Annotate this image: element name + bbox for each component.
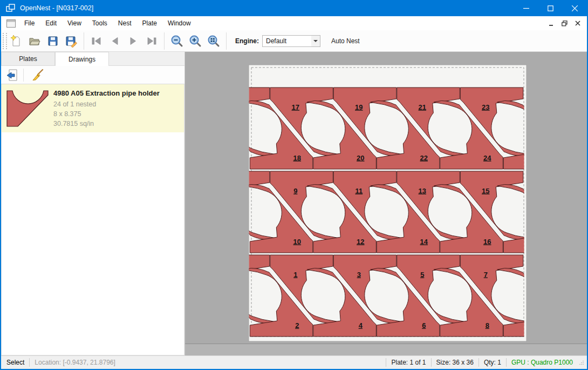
mdi-document-icon[interactable] bbox=[6, 19, 16, 28]
drawing-title: 4980 A05 Extraction pipe holder bbox=[53, 89, 160, 97]
part-number-label[interactable]: 2 bbox=[295, 321, 299, 329]
part-number-label[interactable]: 10 bbox=[293, 238, 301, 246]
part-number-label[interactable]: 9 bbox=[293, 187, 297, 195]
part-number-label[interactable]: 16 bbox=[483, 238, 491, 246]
toolbar-grip[interactable] bbox=[3, 33, 7, 49]
nest-svg: 171819202122232491011121314151612345678 bbox=[185, 52, 587, 344]
minimize-button[interactable] bbox=[514, 0, 538, 16]
part-number-label[interactable]: 13 bbox=[419, 187, 426, 195]
return-to-plates-button[interactable] bbox=[4, 68, 20, 83]
go-previous-button[interactable] bbox=[107, 33, 123, 49]
part-number-label[interactable]: 3 bbox=[357, 271, 361, 279]
mdi-minimize-icon[interactable] bbox=[549, 21, 554, 26]
title-bar: OpenNest - [N0317-002] bbox=[1, 0, 587, 16]
menu-file[interactable]: File bbox=[19, 16, 40, 30]
part-number-label[interactable]: 22 bbox=[420, 154, 428, 162]
part-thumbnail bbox=[2, 84, 53, 132]
menu-bar: File Edit View Tools Nest Plate Window bbox=[1, 16, 587, 30]
maximize-icon bbox=[548, 5, 553, 11]
resize-grip[interactable] bbox=[578, 360, 585, 367]
new-icon bbox=[10, 35, 23, 48]
engine-value: Default bbox=[263, 37, 311, 45]
part-number-label[interactable]: 19 bbox=[355, 103, 363, 111]
nest-canvas[interactable]: 171819202122232491011121314151612345678 bbox=[185, 52, 587, 355]
go-previous-icon bbox=[108, 35, 121, 48]
status-location: Location: [-0.9437, 21.8796] bbox=[35, 359, 115, 366]
mdi-restore-icon[interactable] bbox=[562, 21, 568, 26]
go-last-icon bbox=[145, 35, 158, 48]
status-bar: Select Location: [-0.9437, 21.8796] Plat… bbox=[1, 355, 587, 369]
go-next-icon bbox=[127, 35, 140, 48]
go-first-icon bbox=[90, 35, 103, 48]
save-as-icon bbox=[65, 35, 78, 48]
return-arrow-icon bbox=[5, 68, 19, 82]
menu-window[interactable]: Window bbox=[162, 16, 196, 30]
part-number-label[interactable]: 5 bbox=[420, 271, 424, 279]
zoom-fit-button[interactable] bbox=[206, 33, 222, 49]
status-separator bbox=[29, 358, 30, 367]
menu-view[interactable]: View bbox=[62, 16, 87, 30]
status-qty: Qty: 1 bbox=[484, 359, 501, 366]
auto-nest-button[interactable]: Auto Nest bbox=[328, 35, 363, 47]
broom-icon bbox=[31, 68, 45, 82]
open-button[interactable] bbox=[26, 33, 43, 49]
menu-tools[interactable]: Tools bbox=[87, 16, 113, 30]
part-number-label[interactable]: 14 bbox=[420, 238, 428, 246]
toolbar-separator bbox=[164, 32, 165, 50]
clean-button[interactable] bbox=[30, 68, 46, 83]
zoom-in-button[interactable] bbox=[187, 33, 203, 49]
go-first-button[interactable] bbox=[88, 33, 105, 49]
part-number-label[interactable]: 23 bbox=[482, 103, 489, 111]
part-number-label[interactable]: 12 bbox=[357, 238, 364, 246]
mdi-close-icon[interactable] bbox=[575, 21, 580, 26]
status-separator bbox=[431, 358, 432, 367]
part-number-label[interactable]: 11 bbox=[355, 187, 363, 195]
part-number-label[interactable]: 17 bbox=[292, 103, 299, 111]
part-number-label[interactable]: 7 bbox=[484, 271, 488, 279]
zoom-in-icon bbox=[189, 35, 202, 48]
part-number-label[interactable]: 15 bbox=[482, 187, 489, 195]
part-number-label[interactable]: 4 bbox=[359, 321, 363, 329]
zoom-out-button[interactable] bbox=[169, 33, 185, 49]
drawing-nested-count: 24 of 1 nested bbox=[53, 99, 160, 109]
panel-toolbar-separator bbox=[23, 69, 24, 82]
toolbar-separator bbox=[226, 32, 227, 50]
app-window: OpenNest - [N0317-002] File Edit View To… bbox=[0, 0, 588, 370]
part-number-label[interactable]: 6 bbox=[422, 321, 426, 329]
part-number-label[interactable]: 18 bbox=[293, 154, 301, 162]
content-area: Plates Drawings bbox=[1, 52, 587, 355]
status-gpu: GPU : Quadro P1000 bbox=[511, 359, 573, 366]
new-button[interactable] bbox=[8, 33, 24, 49]
drawing-dimensions: 8 x 8.375 bbox=[53, 109, 160, 119]
part-number-label[interactable]: 20 bbox=[357, 154, 364, 162]
part-number-label[interactable]: 24 bbox=[483, 154, 491, 162]
part-number-label[interactable]: 1 bbox=[293, 271, 297, 279]
tab-row: Plates Drawings bbox=[1, 52, 184, 66]
left-panel: Plates Drawings bbox=[1, 52, 185, 355]
status-mode: Select bbox=[6, 359, 24, 366]
save-button[interactable] bbox=[45, 33, 61, 49]
save-icon bbox=[46, 35, 59, 48]
tab-plates[interactable]: Plates bbox=[1, 52, 55, 65]
part-thumbnail-shape bbox=[5, 89, 50, 128]
menu-plate[interactable]: Plate bbox=[137, 16, 162, 30]
open-icon bbox=[28, 35, 41, 48]
zoom-out-icon bbox=[170, 35, 183, 48]
go-next-button[interactable] bbox=[125, 33, 141, 49]
save-as-button[interactable] bbox=[63, 33, 79, 49]
maximize-button[interactable] bbox=[538, 0, 563, 16]
drawing-list-item[interactable]: 4980 A05 Extraction pipe holder 24 of 1 … bbox=[2, 84, 184, 132]
engine-label: Engine: bbox=[235, 37, 259, 45]
part-number-label[interactable]: 21 bbox=[419, 103, 426, 111]
chevron-down-icon[interactable] bbox=[311, 36, 320, 46]
status-plate: Plate: 1 of 1 bbox=[391, 359, 426, 366]
horizontal-scrollbar[interactable] bbox=[185, 344, 587, 355]
tab-drawings[interactable]: Drawings bbox=[55, 52, 109, 66]
go-last-button[interactable] bbox=[143, 33, 160, 49]
close-button[interactable] bbox=[563, 0, 587, 16]
part-number-label[interactable]: 8 bbox=[486, 321, 489, 329]
menu-edit[interactable]: Edit bbox=[40, 16, 62, 30]
engine-select[interactable]: Default bbox=[262, 35, 320, 47]
menu-nest[interactable]: Nest bbox=[113, 16, 137, 30]
app-icon bbox=[6, 4, 16, 12]
